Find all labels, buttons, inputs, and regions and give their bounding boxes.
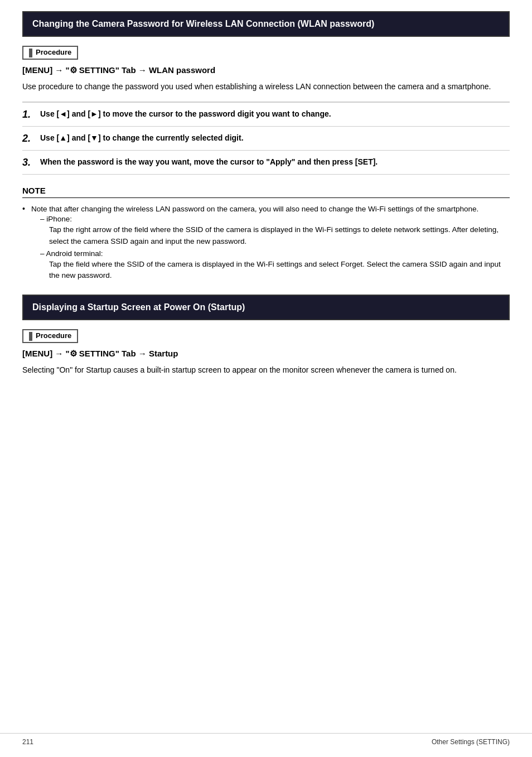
note-sub-iphone: – iPhone: Tap the right arrow of the fie… xyxy=(40,215,510,247)
menu-prefix-2: [MENU] → " xyxy=(22,349,70,358)
note-section: NOTE • Note that after changing the wire… xyxy=(22,186,510,284)
procedure-badge-2: Procedure xyxy=(22,329,510,349)
menu-prefix-1: [MENU] → " xyxy=(22,65,70,75)
note-main-text: Note that after changing the wireless LA… xyxy=(31,205,478,213)
procedure-badge-1: Procedure xyxy=(22,46,510,65)
step-number-1: 1. xyxy=(22,108,40,120)
menu-path-1: [MENU] → "⚙ SETTING" Tab → WLAN password xyxy=(22,65,510,75)
step-text-2: Use [▲] and [▼] to change the currently … xyxy=(40,132,510,144)
step-number-3: 3. xyxy=(22,156,40,168)
steps-container-1: 1. Use [◄] and [►] to move the cursor to… xyxy=(22,102,510,175)
section1-header: Changing the Camera Password for Wireles… xyxy=(22,11,510,37)
note-bullet-content: Note that after changing the wireless LA… xyxy=(31,204,510,284)
step-text-3: When the password is the way you want, m… xyxy=(40,156,510,168)
footer-section: Other Settings (SETTING) xyxy=(432,738,510,746)
gear-icon-2: ⚙ xyxy=(70,349,77,358)
step-text-1: Use [◄] and [►] to move the cursor to th… xyxy=(40,108,510,120)
note-sub-iphone-text: Tap the right arrow of the field where t… xyxy=(49,224,510,247)
procedure-label-2: Procedure xyxy=(22,329,78,343)
note-bullet-dot: • xyxy=(22,204,31,213)
procedure-label-1: Procedure xyxy=(22,46,78,60)
note-sub-android: – Android terminal: Tap the field where … xyxy=(40,249,510,282)
page-number: 211 xyxy=(22,738,33,746)
section2-header: Displaying a Startup Screen at Power On … xyxy=(22,295,510,320)
note-bullet: • Note that after changing the wireless … xyxy=(22,204,510,284)
note-sub-android-label: – Android terminal: xyxy=(40,249,510,258)
description-1: Use procedure to change the password you… xyxy=(22,81,510,93)
step-2: 2. Use [▲] and [▼] to change the current… xyxy=(22,126,510,150)
note-sub-iphone-label: – iPhone: xyxy=(40,215,510,223)
menu-path-2: [MENU] → "⚙ SETTING" Tab → Startup xyxy=(22,349,510,359)
description-2: Selecting "On" for Startup causes a buil… xyxy=(22,364,510,376)
footer: 211 Other Settings (SETTING) xyxy=(0,733,532,746)
step-1: 1. Use [◄] and [►] to move the cursor to… xyxy=(22,102,510,126)
step-3: 3. When the password is the way you want… xyxy=(22,150,510,175)
menu-suffix-1: SETTING" Tab → WLAN password xyxy=(77,65,216,75)
gear-icon-1: ⚙ xyxy=(70,65,77,75)
menu-suffix-2: SETTING" Tab → Startup xyxy=(77,349,178,358)
note-header: NOTE xyxy=(22,186,510,198)
section2: Displaying a Startup Screen at Power On … xyxy=(22,295,510,376)
note-sub-android-text: Tap the field where the SSID of the came… xyxy=(49,259,510,282)
step-number-2: 2. xyxy=(22,132,40,144)
